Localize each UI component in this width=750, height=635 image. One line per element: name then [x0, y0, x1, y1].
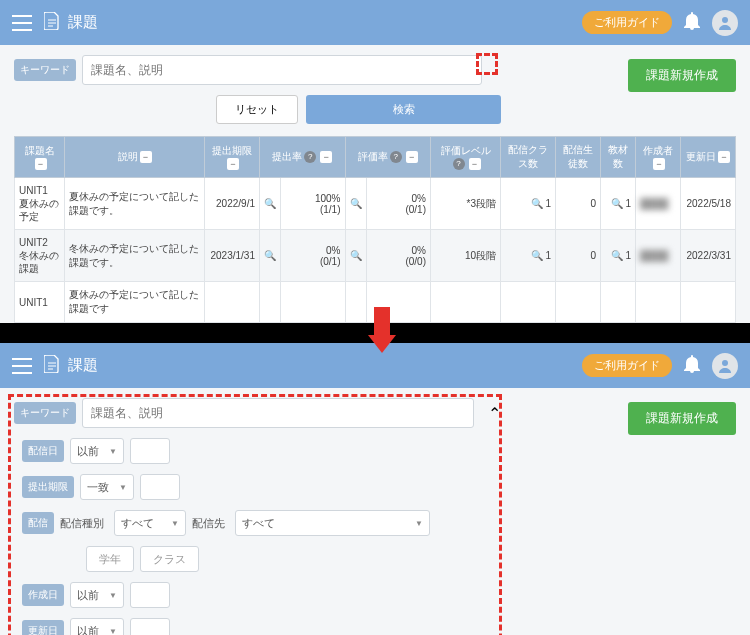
grade-input[interactable]: 学年 [86, 546, 134, 572]
table-row[interactable]: UNIT1 夏休みの予定 夏休みの予定について記した課題です。 2022/9/1… [15, 178, 736, 230]
keyword-label: キーワード [14, 59, 76, 81]
help-icon[interactable]: ? [390, 151, 402, 163]
due-date-op-select[interactable]: 一致▼ [80, 474, 134, 500]
col-desc: 説明 [118, 151, 138, 162]
col-due: 提出期限 [212, 145, 252, 156]
created-date-input[interactable] [130, 582, 170, 608]
col-collapse-icon[interactable]: − [320, 151, 332, 163]
col-name: 課題名 [25, 145, 55, 156]
updated-op-select[interactable]: 以前▼ [70, 618, 124, 635]
due-date-label: 提出期限 [22, 476, 74, 498]
page-title: 課題 [68, 356, 582, 375]
delivery-label: 配信 [22, 512, 54, 534]
delivery-dest-text: 配信先 [192, 516, 225, 531]
delivery-date-op-select[interactable]: 以前▼ [70, 438, 124, 464]
keyword-label: キーワード [14, 402, 76, 424]
magnify-icon[interactable]: 🔍 [345, 230, 366, 282]
search-panel-collapsed: 課題新規作成 キーワード ⌄ リセット 検索 課題名− 説明− 提出期限− 提出… [0, 45, 750, 323]
reset-button[interactable]: リセット [216, 95, 298, 124]
new-assignment-button[interactable]: 課題新規作成 [628, 59, 736, 92]
col-creator: 作成者 [643, 145, 673, 156]
hamburger-icon[interactable] [12, 15, 32, 31]
guide-button[interactable]: ご利用ガイド [582, 354, 672, 377]
document-icon [44, 12, 60, 34]
assignments-table: 課題名− 説明− 提出期限− 提出率?− 評価率?− 評価レベル?− 配信クラス… [14, 136, 736, 323]
guide-button[interactable]: ご利用ガイド [582, 11, 672, 34]
search-input[interactable] [82, 398, 474, 428]
separator [0, 323, 750, 343]
created-op-select[interactable]: 以前▼ [70, 582, 124, 608]
delivery-dest-select[interactable]: すべて▼ [235, 510, 430, 536]
chevron-up-icon[interactable]: ⌃ [482, 401, 506, 425]
down-arrow-icon [368, 307, 396, 357]
new-assignment-button[interactable]: 課題新規作成 [628, 402, 736, 435]
delivery-date-label: 配信日 [22, 440, 64, 462]
magnify-icon[interactable]: 🔍 [345, 178, 366, 230]
magnify-icon[interactable]: 🔍 [260, 230, 281, 282]
col-materials: 教材数 [608, 144, 628, 169]
delivery-date-input[interactable] [130, 438, 170, 464]
search-button[interactable]: 検索 [306, 95, 501, 124]
user-avatar[interactable] [712, 10, 738, 36]
search-panel-expanded: 課題新規作成 キーワード ⌃ 配信日 以前▼ 提出期限 一致▼ 配信 配信種別 … [0, 388, 750, 635]
col-collapse-icon[interactable]: − [35, 158, 47, 170]
svg-point-1 [722, 360, 728, 366]
delivery-type-text: 配信種別 [60, 516, 104, 531]
svg-point-0 [722, 17, 728, 23]
user-avatar[interactable] [712, 353, 738, 379]
search-input[interactable] [82, 55, 482, 85]
col-deliv-class: 配信クラス数 [508, 144, 548, 169]
created-date-label: 作成日 [22, 584, 64, 606]
document-icon [44, 355, 60, 377]
updated-date-label: 更新日 [22, 620, 64, 635]
help-icon[interactable]: ? [304, 151, 316, 163]
hamburger-icon[interactable] [12, 358, 32, 374]
col-submit-rate: 提出率 [272, 151, 302, 162]
col-collapse-icon[interactable]: − [653, 158, 665, 170]
col-collapse-icon[interactable]: − [406, 151, 418, 163]
bell-icon[interactable] [684, 355, 700, 377]
magnify-icon[interactable]: 🔍 [531, 250, 543, 261]
col-collapse-icon[interactable]: − [140, 151, 152, 163]
col-collapse-icon[interactable]: − [718, 151, 730, 163]
magnify-icon[interactable]: 🔍 [531, 198, 543, 209]
col-collapse-icon[interactable]: − [469, 158, 481, 170]
bell-icon[interactable] [684, 12, 700, 34]
magnify-icon[interactable]: 🔍 [260, 178, 281, 230]
delivery-type-select[interactable]: すべて▼ [114, 510, 186, 536]
table-row[interactable]: UNIT2 冬休みの課題 冬休みの予定について記した課題です。 2023/1/3… [15, 230, 736, 282]
col-eval-rate: 評価率 [358, 151, 388, 162]
help-icon[interactable]: ? [453, 158, 465, 170]
magnify-icon[interactable]: 🔍 [611, 198, 623, 209]
magnify-icon[interactable]: 🔍 [611, 250, 623, 261]
col-collapse-icon[interactable]: − [227, 158, 239, 170]
class-input[interactable]: クラス [140, 546, 199, 572]
col-deliv-student: 配信生徒数 [563, 144, 593, 169]
app-header: 課題 ご利用ガイド [0, 0, 750, 45]
col-eval-level: 評価レベル [441, 145, 491, 156]
updated-date-input[interactable] [130, 618, 170, 635]
col-updated: 更新日 [686, 151, 716, 162]
due-date-input[interactable] [140, 474, 180, 500]
page-title: 課題 [68, 13, 582, 32]
